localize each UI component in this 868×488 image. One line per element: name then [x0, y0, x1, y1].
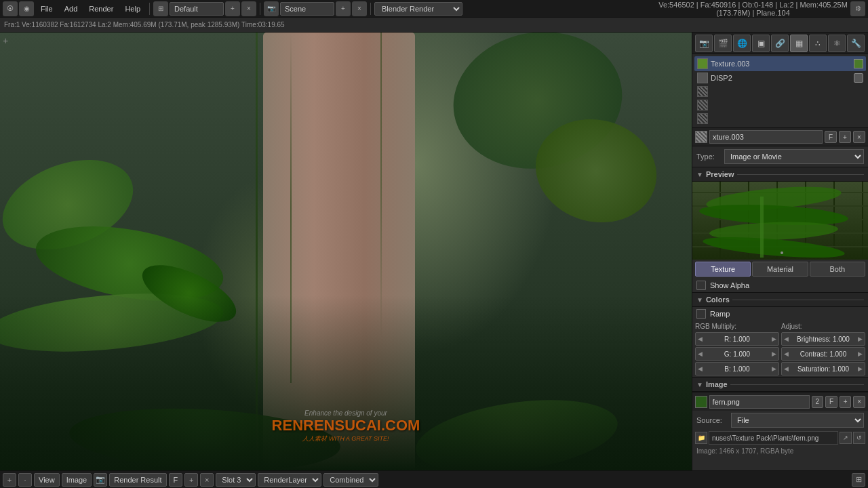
- texture-check-0[interactable]: [854, 59, 863, 68]
- separator-2: [260, 3, 260, 15]
- path-folder-icon: 📁: [695, 432, 707, 444]
- type-row: Type: Image or Movie Environment Map Noi…: [692, 146, 868, 167]
- close-scene-icon[interactable]: ×: [352, 1, 367, 16]
- add-layout-icon[interactable]: +: [225, 1, 240, 16]
- source-select[interactable]: File Sequence Movie Generated: [731, 413, 864, 428]
- close-layout-icon[interactable]: ×: [241, 1, 256, 16]
- image-line: [730, 384, 864, 385]
- add-scene-icon[interactable]: +: [336, 1, 351, 16]
- texture-header-row: F + ×: [692, 127, 868, 146]
- add-menu[interactable]: Add: [59, 1, 83, 16]
- grid-icon[interactable]: ⊞: [153, 1, 168, 16]
- texture-slot-2[interactable]: [694, 85, 866, 98]
- scene-input[interactable]: [280, 2, 334, 16]
- brightness-left-arrow[interactable]: ◀: [784, 336, 789, 342]
- r-value-field[interactable]: ◀ R: 1.000 ▶: [695, 332, 779, 346]
- path-browse-btn[interactable]: ↗: [840, 432, 852, 444]
- image-menu-btn[interactable]: Image: [62, 473, 92, 487]
- image-section-header[interactable]: ▼ Image: [692, 377, 868, 392]
- view-menu-btn[interactable]: View: [34, 473, 60, 487]
- preview-line: [737, 174, 865, 175]
- camera-icon: 📷: [264, 1, 279, 16]
- brightness-field[interactable]: ◀ Brightness: 1.000 ▶: [781, 332, 865, 346]
- 3d-viewport[interactable]: Enhance the design of your RENRENSUCAI.C…: [0, 33, 692, 470]
- image-f-button[interactable]: F: [825, 396, 837, 408]
- help-menu[interactable]: Help: [119, 1, 146, 16]
- texture-slot-4[interactable]: [694, 112, 866, 125]
- g-right-arrow[interactable]: ▶: [772, 350, 776, 357]
- physics-icon[interactable]: ⚛: [828, 35, 846, 52]
- adjust-label: Adjust:: [781, 322, 865, 331]
- bottom-close-icon[interactable]: ×: [200, 473, 214, 487]
- layout-input[interactable]: [170, 2, 224, 16]
- texture-f-button[interactable]: F: [825, 131, 837, 143]
- combined-select[interactable]: Combined Depth Normal: [323, 473, 378, 487]
- texture-name-field[interactable]: [709, 130, 823, 144]
- particles-icon[interactable]: ∴: [809, 35, 827, 52]
- colors-title: Colors: [706, 296, 730, 304]
- b-value-field[interactable]: ◀ B: 1.000 ▶: [695, 362, 779, 375]
- saturation-field[interactable]: ◀ Saturation: 1.000 ▶: [781, 362, 865, 375]
- image-name-field[interactable]: [709, 395, 810, 409]
- texture-add-button[interactable]: +: [839, 131, 851, 143]
- colors-section-header[interactable]: ▼ Colors: [692, 292, 868, 307]
- modifier-icon[interactable]: 🔧: [847, 35, 865, 52]
- main-layout: Enhance the design of your RENRENSUCAI.C…: [0, 33, 868, 470]
- texture-item-0[interactable]: Texture.003: [694, 56, 866, 71]
- preview-both-btn[interactable]: Both: [810, 262, 865, 277]
- preview-texture-btn[interactable]: Texture: [695, 262, 751, 277]
- render-props-icon[interactable]: 📷: [695, 35, 713, 52]
- bottom-dot-icon: ·: [18, 473, 32, 487]
- frame-info: Fra:1 Ve:1160382 Fa:1612734 La:2 Mem:405…: [4, 21, 285, 28]
- constraints-icon[interactable]: 🔗: [771, 35, 789, 52]
- render-result-btn[interactable]: Render Result: [109, 473, 166, 487]
- bottom-add-icon[interactable]: +: [184, 473, 198, 487]
- preview-material-btn[interactable]: Material: [752, 262, 808, 277]
- brightness-right-arrow[interactable]: ▶: [858, 336, 863, 342]
- texture-toggle-1[interactable]: [854, 73, 863, 83]
- bottom-camera-icon: 📷: [94, 473, 107, 487]
- f-pin-btn[interactable]: F: [169, 473, 183, 487]
- path-row: 📁 ↗ ↺: [692, 430, 868, 446]
- object-props-icon[interactable]: ▣: [752, 35, 770, 52]
- g-left-arrow[interactable]: ◀: [698, 350, 703, 357]
- saturation-left-arrow[interactable]: ◀: [784, 365, 789, 372]
- image-remove-button[interactable]: ×: [853, 396, 865, 408]
- image-header-row: 2 F + ×: [692, 392, 868, 411]
- r-left-arrow[interactable]: ◀: [698, 336, 703, 342]
- contrast-left-arrow[interactable]: ◀: [784, 350, 789, 357]
- texture-item-1[interactable]: DISP2: [694, 71, 866, 85]
- slot-select[interactable]: Slot 3 Slot 1 Slot 2: [216, 473, 256, 487]
- show-alpha-checkbox[interactable]: [696, 281, 706, 290]
- g-value-field[interactable]: ◀ G: 1.000 ▶: [695, 347, 779, 361]
- settings-icon[interactable]: ⚙: [850, 1, 865, 16]
- scene-props-icon[interactable]: 🎬: [714, 35, 732, 52]
- render-layer-select[interactable]: RenderLayer: [258, 473, 321, 487]
- saturation-right-arrow[interactable]: ▶: [858, 365, 863, 372]
- contrast-right-arrow[interactable]: ▶: [858, 350, 863, 357]
- menu-bar: File Add Render Help: [35, 0, 146, 17]
- texture-props-icon[interactable]: ▦: [790, 35, 808, 52]
- r-right-arrow[interactable]: ▶: [772, 336, 776, 342]
- render-engine-select[interactable]: Blender Render Cycles Render: [374, 2, 462, 16]
- path-input-field[interactable]: [709, 431, 838, 445]
- bottom-bar: + · View Image 📷 Render Result F + × Slo…: [0, 470, 868, 488]
- image-title: Image: [706, 380, 728, 388]
- properties-panel: 📷 🎬 🌐 ▣ 🔗 ▦ ∴ ⚛ 🔧 Texture.003 DISP2: [692, 33, 868, 470]
- image-number-btn[interactable]: 2: [812, 396, 824, 408]
- file-menu[interactable]: File: [35, 1, 58, 16]
- texture-slot-3[interactable]: [694, 98, 866, 112]
- image-add-button[interactable]: +: [840, 396, 852, 408]
- texture-remove-button[interactable]: ×: [853, 131, 865, 143]
- contrast-field[interactable]: ◀ Contrast: 1.000 ▶: [781, 347, 865, 361]
- path-reload-btn[interactable]: ↺: [853, 432, 865, 444]
- b-right-arrow[interactable]: ▶: [772, 365, 776, 372]
- texture-type-select[interactable]: Image or Movie Environment Map Noise Mag…: [724, 149, 864, 164]
- world-props-icon[interactable]: 🌐: [733, 35, 751, 52]
- render-menu[interactable]: Render: [83, 1, 119, 16]
- ramp-checkbox[interactable]: [696, 309, 706, 319]
- b-left-arrow[interactable]: ◀: [698, 365, 703, 372]
- rgb-multiply-col: RGB Multiply: ◀ R: 1.000 ▶ ◀ G: 1.000 ▶ …: [695, 322, 779, 375]
- shadow-bottom: [0, 296, 692, 470]
- preview-section-header[interactable]: ▼ Preview: [692, 167, 868, 182]
